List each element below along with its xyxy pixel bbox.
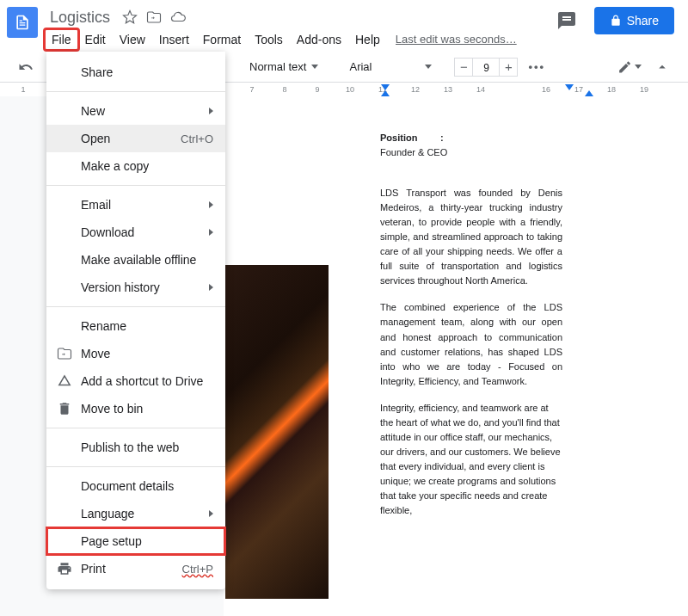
menu-item-move[interactable]: Move (46, 340, 225, 367)
indent-first-line-marker[interactable] (381, 84, 390, 90)
menu-item-doc-details[interactable]: Document details (46, 472, 225, 500)
title-area: Logistics File Edit View Insert Format T… (45, 7, 553, 50)
font-dropdown[interactable]: Arial (344, 60, 437, 73)
chevron-right-icon (209, 201, 213, 208)
chevron-right-icon (209, 108, 213, 114)
share-button[interactable]: Share (594, 7, 674, 34)
document-image[interactable] (225, 265, 329, 599)
chevron-right-icon (209, 229, 213, 236)
menu-item-print[interactable]: PrintCtrl+P (46, 555, 225, 582)
menu-separator (46, 466, 225, 467)
font-size-group: − 9 + (454, 58, 518, 77)
document-text[interactable]: Position: Founder & CEO LDS Transport wa… (380, 131, 562, 518)
editing-mode-button[interactable] (617, 55, 642, 79)
trash-icon (57, 401, 72, 416)
share-label: Share (627, 14, 659, 28)
menu-item-email[interactable]: Email (46, 191, 225, 219)
menu-item-move-bin[interactable]: Move to bin (46, 395, 225, 422)
menu-edit[interactable]: Edit (78, 29, 113, 50)
collapse-toolbar-button[interactable] (650, 55, 674, 79)
star-icon[interactable] (122, 9, 138, 25)
menu-item-new[interactable]: New (46, 97, 225, 125)
caret-down-icon (425, 65, 432, 69)
folder-move-icon (57, 346, 72, 361)
paragraph: Integrity, efficiency, and teamwork are … (380, 401, 562, 518)
paragraph: LDS Transport was founded by Denis Medei… (380, 186, 562, 288)
font-size-decrease[interactable]: − (454, 58, 473, 77)
menu-addons[interactable]: Add-ons (290, 29, 348, 50)
file-menu-dropdown: Share New OpenCtrl+O Make a copy Email D… (46, 52, 225, 589)
paragraph: The combined experience of the LDS manag… (380, 300, 562, 388)
menu-separator (46, 306, 225, 307)
document-title[interactable]: Logistics (45, 7, 115, 28)
last-edit-link[interactable]: Last edit was seconds… (396, 29, 517, 50)
move-folder-icon[interactable] (146, 9, 162, 25)
chevron-right-icon (209, 510, 213, 517)
menu-item-language[interactable]: Language (46, 500, 225, 527)
menu-item-download[interactable]: Download (46, 219, 225, 246)
indent-left-marker[interactable] (381, 90, 390, 96)
comments-icon[interactable] (553, 7, 580, 34)
menu-item-share[interactable]: Share (46, 59, 225, 86)
menu-item-offline[interactable]: Make available offline (46, 246, 225, 274)
menu-separator (46, 428, 225, 428)
position-label: Position (380, 131, 440, 145)
menu-insert[interactable]: Insert (152, 29, 196, 50)
menu-item-publish[interactable]: Publish to the web (46, 434, 225, 461)
print-icon (57, 561, 72, 576)
menu-format[interactable]: Format (196, 29, 248, 50)
menu-separator (46, 91, 225, 92)
menu-help[interactable]: Help (348, 29, 387, 50)
menu-item-version-history[interactable]: Version history (46, 274, 225, 301)
toolbar-more[interactable]: ••• (521, 60, 552, 73)
menu-tools[interactable]: Tools (248, 29, 290, 50)
indent-marker[interactable] (565, 84, 574, 90)
menu-item-rename[interactable]: Rename (46, 312, 225, 340)
menu-separator (46, 185, 225, 186)
svg-rect-0 (20, 22, 26, 23)
paragraph-style-dropdown[interactable]: Normal text (244, 60, 323, 73)
lock-icon (610, 15, 622, 27)
font-size-value[interactable]: 9 (473, 58, 499, 77)
caret-down-icon (635, 65, 642, 69)
menu-view[interactable]: View (113, 29, 152, 50)
svg-rect-2 (20, 21, 22, 22)
menu-item-open[interactable]: OpenCtrl+O (46, 125, 225, 152)
menu-file[interactable]: File (45, 29, 78, 50)
svg-rect-1 (20, 25, 26, 26)
chevron-right-icon (209, 284, 213, 291)
menu-item-add-shortcut[interactable]: Add a shortcut to Drive (46, 367, 225, 395)
menu-item-page-setup[interactable]: Page setup (46, 527, 225, 555)
menu-bar: File Edit View Insert Format Tools Add-o… (45, 29, 553, 50)
caret-down-icon (311, 65, 318, 69)
docs-logo-icon[interactable] (7, 7, 38, 38)
indent-right-marker[interactable] (585, 90, 593, 96)
position-value: Founder & CEO (380, 145, 562, 160)
app-header: Logistics File Edit View Insert Format T… (0, 0, 688, 52)
undo-button[interactable] (14, 55, 38, 79)
cloud-status-icon[interactable] (170, 9, 186, 25)
menu-item-make-copy[interactable]: Make a copy (46, 152, 225, 180)
font-size-increase[interactable]: + (499, 58, 518, 77)
drive-shortcut-icon (57, 373, 72, 389)
